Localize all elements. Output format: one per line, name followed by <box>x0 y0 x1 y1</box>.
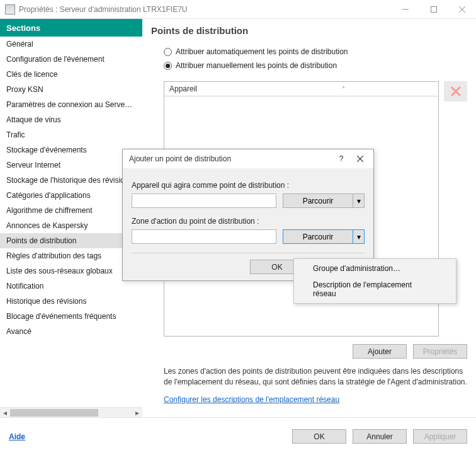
list-header[interactable]: Appareil ˄ <box>164 82 438 96</box>
device-label: Appareil qui agira comme point de distri… <box>132 181 365 190</box>
radio-manual-label: Attribuer manuellement les points de dis… <box>176 61 337 70</box>
sidebar-item[interactable]: Notification <box>0 279 142 294</box>
browse-label: Parcourir <box>283 197 353 205</box>
sidebar-item[interactable]: Catégories d'applications <box>0 188 142 203</box>
zone-input[interactable] <box>132 229 276 244</box>
sidebar-item[interactable]: Paramètres de connexion au Serveur d'adm… <box>0 97 142 112</box>
svg-rect-1 <box>431 6 436 12</box>
browse-dropdown: Groupe d'administration… Description de … <box>293 258 456 304</box>
apply-label: Appliquer <box>424 432 456 441</box>
sidebar-item[interactable]: Stockage de l'historique des révisions <box>0 173 142 188</box>
close-button[interactable] <box>448 0 476 19</box>
scroll-left-icon[interactable]: ◂ <box>0 408 10 418</box>
radio-icon <box>164 48 172 56</box>
apply-button: Appliquer <box>413 429 467 444</box>
sidebar-nav: GénéralConfiguration de l'événementClés … <box>0 37 142 407</box>
browse-label: Parcourir <box>283 233 353 241</box>
cancel-button[interactable]: Annuler <box>353 429 407 444</box>
help-link[interactable]: Aide <box>9 432 25 441</box>
add-button[interactable]: Ajouter <box>353 344 407 359</box>
sidebar-item[interactable]: Blocage d'événements fréquents <box>0 309 142 324</box>
sidebar-item[interactable]: Liste des sous-réseaux globaux <box>0 263 142 279</box>
sidebar-header: Sections <box>0 19 142 37</box>
ok-label: OK <box>314 432 324 441</box>
chevron-down-icon: ▾ <box>353 194 364 207</box>
sidebar-hscroll[interactable]: ◂ ▸ <box>0 407 142 417</box>
scroll-right-icon[interactable]: ▸ <box>132 408 142 418</box>
sidebar: Sections GénéralConfiguration de l'événe… <box>0 19 142 417</box>
sidebar-item[interactable]: Annonces de Kaspersky <box>0 218 142 233</box>
radio-auto[interactable]: Attribuer automatiquement les points de … <box>164 47 467 56</box>
sidebar-item[interactable]: Stockage d'événements <box>0 142 142 158</box>
radio-manual[interactable]: Attribuer manuellement les points de dis… <box>164 61 467 70</box>
ok-button[interactable]: OK <box>292 429 346 444</box>
add-button-label: Ajouter <box>368 347 392 356</box>
remove-button[interactable] <box>444 81 467 101</box>
col-device: Appareil <box>169 84 197 93</box>
sidebar-item[interactable]: Algorithme de chiffrement <box>0 203 142 218</box>
sidebar-item[interactable]: Serveur Internet <box>0 158 142 173</box>
sidebar-item[interactable]: Clés de licence <box>0 67 142 82</box>
cancel-label: Annuler <box>366 432 392 441</box>
description-text: Les zones d'action des points de distrib… <box>164 366 467 388</box>
sidebar-item[interactable]: Configuration de l'événement <box>0 52 142 67</box>
sidebar-item[interactable]: Points de distribution <box>0 233 142 248</box>
configure-link[interactable]: Configurer les descriptions de l'emplace… <box>164 395 339 404</box>
dropdown-item-admin-group[interactable]: Groupe d'administration… <box>295 260 455 277</box>
device-input[interactable] <box>132 193 276 208</box>
sidebar-item[interactable]: Attaque de virus <box>0 112 142 127</box>
dialog-close-button[interactable] <box>351 149 370 168</box>
sidebar-item[interactable]: Proxy KSN <box>0 82 142 97</box>
dialog-footer: Aide OK Annuler Appliquer <box>0 417 476 455</box>
sidebar-item[interactable]: Règles d'attribution des tags <box>0 248 142 263</box>
sidebar-item[interactable]: Général <box>0 37 142 52</box>
minimize-button[interactable] <box>391 0 419 19</box>
properties-button: Propriétés <box>413 344 467 359</box>
app-icon <box>5 4 15 14</box>
window-title: Propriétés : Serveur d'administration LT… <box>19 5 391 14</box>
sort-asc-icon: ˄ <box>342 86 345 93</box>
zone-browse-combo[interactable]: Parcourir ▾ <box>283 229 365 244</box>
ok-label: OK <box>271 263 282 272</box>
maximize-button[interactable] <box>419 0 448 19</box>
radio-auto-label: Attribuer automatiquement les points de … <box>176 47 348 56</box>
dialog-title: Ajouter un point de distribution <box>129 154 332 163</box>
sidebar-item[interactable]: Avancé <box>0 324 142 339</box>
content-title: Points de distribution <box>142 19 476 47</box>
scroll-thumb[interactable] <box>10 409 98 417</box>
dialog-titlebar: Ajouter un point de distribution ? <box>123 149 373 168</box>
zone-label: Zone d'action du point de distribution : <box>132 217 365 226</box>
device-browse-combo[interactable]: Parcourir ▾ <box>283 193 365 208</box>
properties-button-label: Propriétés <box>423 347 458 356</box>
dropdown-item-network-location[interactable]: Description de l'emplacement réseau <box>295 277 455 302</box>
chevron-down-icon: ▾ <box>353 230 364 243</box>
separator <box>132 253 365 253</box>
radio-icon <box>164 62 172 70</box>
window-titlebar: Propriétés : Serveur d'administration LT… <box>0 0 476 19</box>
dialog-help-button[interactable]: ? <box>332 149 351 168</box>
sidebar-item[interactable]: Historique des révisions <box>0 294 142 309</box>
sidebar-item[interactable]: Trafic <box>0 127 142 142</box>
